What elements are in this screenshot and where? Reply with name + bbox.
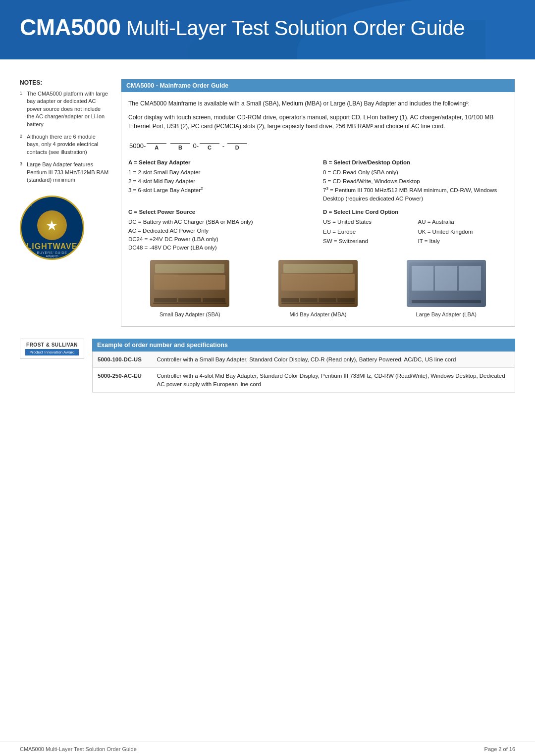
notes-title: NOTES:	[20, 79, 109, 86]
mba-image	[278, 260, 358, 307]
part-number-section: 5000- A B 0-	[128, 136, 508, 151]
lightwave-arc-top: Attendees' Choice	[27, 198, 78, 208]
order-row-2-part: 5000-250-AC-EU	[93, 368, 152, 392]
option-c-item-2: AC = Dedicated AC Power Only	[128, 227, 313, 235]
order-row-2-desc: Controller with a 4-slot Mid Bay Adapter…	[152, 368, 515, 392]
image-lba: Large Bay Adapter (LBA)	[384, 260, 508, 317]
guide-intro-2: Color display with touch screen, modular…	[128, 113, 508, 131]
lba-image	[407, 260, 486, 307]
guide-body: The CMA5000 Mainframe is available with …	[121, 92, 515, 326]
pn-sep-3: -	[220, 142, 226, 151]
order-row-1-desc: Controller with a Small Bay Adapter, Sta…	[152, 352, 515, 368]
frost-logo-box: FROST & SULLIVAN Product Innovation Awar…	[20, 339, 84, 359]
option-d-uk: UK = United Kingdom	[418, 228, 508, 236]
title-text: Multi-Layer Test Solution Order Guide	[121, 16, 465, 40]
lightwave-main-text: LIGHTWAVE	[27, 242, 78, 251]
bottom-section: FROST & SULLIVAN Product Innovation Awar…	[20, 339, 515, 392]
sba-image	[150, 260, 229, 307]
option-c-item-4: DC48 = -48V DC Power (LBA only)	[128, 244, 313, 252]
pn-field-d: D	[227, 136, 247, 151]
option-a-item-2: 2 = 4-slot Mid Bay Adapter	[128, 177, 313, 186]
option-group-b: B = Select Drive/Desktop Option 0 = CD-R…	[323, 158, 508, 203]
option-b-item-1: 0 = CD-Read Only (SBA only)	[323, 168, 508, 177]
option-a-item-3: 3 = 6-slot Large Bay Adapter2	[128, 186, 313, 195]
page-footer: CMA5000 Multi-Layer Test Solution Order …	[0, 742, 535, 756]
lba-label: Large Bay Adapter (LBA)	[384, 311, 508, 317]
content-columns: NOTES: 1 The CMA5000 platform with large…	[20, 79, 515, 327]
option-c-title: C = Select Power Source	[128, 208, 313, 216]
option-d-us: US = United States	[323, 218, 413, 226]
footer-right: Page 2 of 16	[484, 746, 515, 752]
option-b-title: B = Select Drive/Desktop Option	[323, 158, 508, 167]
guide-title: CMA5000 - Mainframe Order Guide	[121, 79, 515, 92]
pn-field-a: A	[147, 136, 166, 151]
page-header: CMA5000 Multi-Layer Test Solution Order …	[0, 0, 535, 59]
option-d-sw: SW = Switzerland	[323, 237, 413, 246]
guide-intro-1: The CMA5000 Mainframe is available with …	[128, 99, 508, 108]
option-d-grid: US = United States AU = Australia EU = E…	[323, 218, 508, 246]
order-table-title: Example of order number and specificatio…	[92, 339, 515, 352]
order-table: 5000-100-DC-US Controller with a Small B…	[92, 352, 515, 392]
option-group-a: A = Select Bay Adapter 1 = 2-slot Small …	[128, 158, 313, 203]
pn-sep-2: 0-	[191, 142, 199, 151]
pn-prefix: 5000-	[129, 142, 146, 151]
frost-award-text: Product Innovation Award	[25, 349, 79, 355]
image-mba: Mid Bay Adapter (MBA)	[257, 260, 380, 317]
order-row-1-part: 5000-100-DC-US	[93, 352, 152, 368]
device-images-row: Small Bay Adapter (SBA)	[128, 260, 508, 317]
mba-label: Mid Bay Adapter (MBA)	[257, 311, 380, 317]
image-sba: Small Bay Adapter (SBA)	[128, 260, 252, 317]
option-a-title: A = Select Bay Adapter	[128, 158, 313, 167]
note-1: 1 The CMA5000 platform with large bay ad…	[20, 90, 109, 128]
option-group-c: C = Select Power Source DC = Battery wit…	[128, 208, 313, 252]
option-a-item-1: 1 = 2-slot Small Bay Adapter	[128, 168, 313, 177]
brand-name: CMA5000	[20, 14, 121, 40]
option-d-au: AU = Australia	[418, 218, 508, 226]
option-b-item-2: 5 = CD-Read/Write, Windows Desktop	[323, 177, 508, 186]
note-3-text: Large Bay Adapter features Pentium III 7…	[27, 161, 108, 183]
main-content: NOTES: 1 The CMA5000 platform with large…	[0, 59, 535, 403]
note-1-text: The CMA5000 platform with large bay adap…	[27, 91, 108, 127]
order-row-1: 5000-100-DC-US Controller with a Small B…	[93, 352, 515, 368]
option-d-eu: EU = Europe	[323, 228, 413, 236]
note-3: 3 Large Bay Adapter features Pentium III…	[20, 161, 109, 184]
lightwave-badge-inner: Attendees' Choice ★ LIGHTWAVE BUYERS' GU…	[27, 198, 78, 258]
lightwave-sub1: BUYERS' GUIDE	[27, 251, 78, 254]
option-c-item-3: DC24 = +24V DC Power (LBA only)	[128, 235, 313, 244]
options-grid: A = Select Bay Adapter 1 = 2-slot Small …	[128, 158, 508, 252]
pn-field-c: C	[200, 136, 219, 151]
note-1-num: 1	[20, 90, 22, 97]
lightwave-badge-container: Attendees' Choice ★ LIGHTWAVE BUYERS' GU…	[20, 196, 109, 260]
footer-left: CMA5000 Multi-Layer Test Solution Order …	[20, 746, 137, 752]
right-column: CMA5000 - Mainframe Order Guide The CMA5…	[121, 79, 515, 327]
note-2: 2 Although there are 6 module bays, only…	[20, 133, 109, 156]
part-number-line: 5000- A B 0-	[128, 136, 508, 151]
option-c-item-1: DC = Battery with AC Charger (SBA or MBA…	[128, 218, 313, 226]
option-d-title: D = Select Line Cord Option	[323, 208, 508, 216]
pn-field-b: B	[170, 136, 190, 151]
frost-logo-text: FROST & SULLIVAN	[25, 342, 79, 348]
option-d-it: IT = Italy	[418, 237, 508, 246]
sba-label: Small Bay Adapter (SBA)	[128, 311, 252, 317]
lightwave-star: ★	[37, 210, 67, 240]
order-row-2: 5000-250-AC-EU Controller with a 4-slot …	[93, 368, 515, 392]
option-group-d: D = Select Line Cord Option US = United …	[323, 208, 508, 252]
pn-sep-1	[167, 142, 169, 151]
svg-text:Attendees' Choice: Attendees' Choice	[28, 198, 67, 206]
lightwave-badge: Attendees' Choice ★ LIGHTWAVE BUYERS' GU…	[20, 196, 84, 260]
order-examples: Example of order number and specificatio…	[92, 339, 515, 392]
lightwave-sub2: AWARD	[27, 254, 78, 258]
left-column: NOTES: 1 The CMA5000 platform with large…	[20, 79, 109, 327]
note-2-num: 2	[20, 133, 22, 140]
page-title: CMA5000 Multi-Layer Test Solution Order …	[20, 14, 515, 41]
note-3-num: 3	[20, 161, 22, 167]
guide-box: CMA5000 - Mainframe Order Guide The CMA5…	[121, 79, 515, 327]
frost-badge: FROST & SULLIVAN Product Innovation Awar…	[20, 339, 84, 392]
option-b-item-3: 73 = Pentium III 700 MHz/512 MB RAM mini…	[323, 186, 508, 203]
note-2-text: Although there are 6 module bays, only 4…	[27, 134, 98, 155]
